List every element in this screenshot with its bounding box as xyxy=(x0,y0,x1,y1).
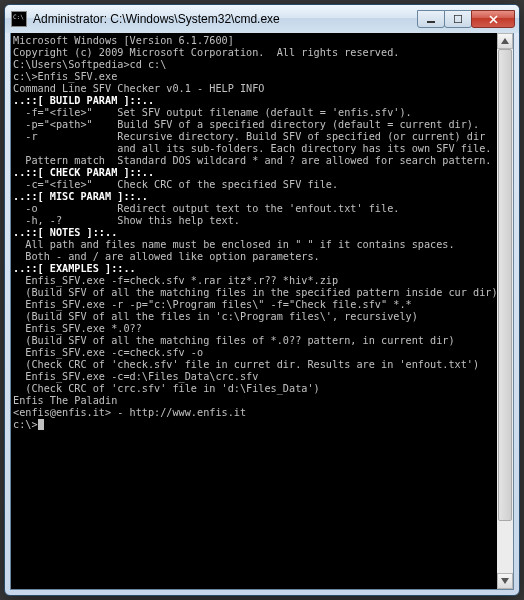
cmd-window: Administrator: C:\Windows\System32\cmd.e… xyxy=(4,4,520,596)
close-button[interactable] xyxy=(471,10,515,28)
scroll-up-button[interactable] xyxy=(497,33,513,49)
console-line: Copyright (c) 2009 Microsoft Corporation… xyxy=(13,47,513,59)
svg-rect-0 xyxy=(427,21,435,23)
console-line: All path and files name must be enclosed… xyxy=(13,239,513,251)
console-line: ..::[ CHECK PARAM ]::.. xyxy=(13,167,513,179)
scroll-down-button[interactable] xyxy=(497,573,513,589)
console-line: -h, -? Show this help text. xyxy=(13,215,513,227)
vertical-scrollbar[interactable] xyxy=(497,33,513,589)
window-buttons xyxy=(418,10,515,28)
minimize-icon xyxy=(427,15,435,23)
window-title: Administrator: C:\Windows\System32\cmd.e… xyxy=(33,12,418,26)
console-line: (Build SFV of all the matching files in … xyxy=(13,287,513,299)
console-line: -p="<path>" Build SFV of a specified dir… xyxy=(13,119,513,131)
console-line: ..::[ EXAMPLES ]::.. xyxy=(13,263,513,275)
console-line: (Build SFV of all the matching files of … xyxy=(13,335,513,347)
maximize-icon xyxy=(454,15,462,23)
maximize-button[interactable] xyxy=(444,10,472,28)
console-line: Enfis_SFV.exe -c=check.sfv -o xyxy=(13,347,513,359)
console-line: Enfis The Paladin xyxy=(13,395,513,407)
console-line: Enfis_SFV.exe -c=d:\Files_Data\crc.sfv xyxy=(13,371,513,383)
cmd-icon xyxy=(11,11,27,27)
cursor xyxy=(38,419,44,430)
console-line: (Build SFV of all the files in 'c:\Progr… xyxy=(13,311,513,323)
minimize-button[interactable] xyxy=(417,10,445,28)
console-client-area: Microsoft Windows [Version 6.1.7600]Copy… xyxy=(10,33,514,590)
console-line: Pattern match Standard DOS wildcard * an… xyxy=(13,155,513,167)
scroll-thumb[interactable] xyxy=(498,49,512,521)
close-icon xyxy=(489,15,498,24)
chevron-up-icon xyxy=(501,38,509,44)
titlebar[interactable]: Administrator: C:\Windows\System32\cmd.e… xyxy=(5,5,519,33)
console-line: <enfis@enfis.it> - http://www.enfis.it xyxy=(13,407,513,419)
console-line: ..::[ NOTES ]::.. xyxy=(13,227,513,239)
console-line: -f="<file>" Set SFV output filename (def… xyxy=(13,107,513,119)
console-line: ..::[ BUILD PARAM ]::.. xyxy=(13,95,513,107)
console-line: -r Recursive directory. Build SFV of spe… xyxy=(13,131,513,143)
console-line: C:\Users\Softpedia>cd c:\ xyxy=(13,59,513,71)
console-line: (Check CRC of 'crc.sfv' file in 'd:\File… xyxy=(13,383,513,395)
console-line: c:\>Enfis_SFV.exe xyxy=(13,71,513,83)
console-line: -c="<file>" Check CRC of the specified S… xyxy=(13,179,513,191)
console-line: Both - and / are allowed like option par… xyxy=(13,251,513,263)
console-line: c:\> xyxy=(13,419,513,431)
console-line: Enfis_SFV.exe -r -p="c:\Program files\" … xyxy=(13,299,513,311)
svg-rect-1 xyxy=(454,15,462,23)
console-line: Microsoft Windows [Version 6.1.7600] xyxy=(13,35,513,47)
console-line: Command Line SFV Checker v0.1 - HELP INF… xyxy=(13,83,513,95)
scroll-track[interactable] xyxy=(497,49,513,573)
console-output[interactable]: Microsoft Windows [Version 6.1.7600]Copy… xyxy=(11,33,513,431)
console-line: (Check CRC of 'check.sfv' file in curret… xyxy=(13,359,513,371)
console-line: -o Redirect output text to the 'enfout.t… xyxy=(13,203,513,215)
console-line: and all its sub-folders. Each directory … xyxy=(13,143,513,155)
console-line: Enfis_SFV.exe *.0?? xyxy=(13,323,513,335)
console-line: ..::[ MISC PARAM ]::.. xyxy=(13,191,513,203)
chevron-down-icon xyxy=(501,578,509,584)
console-line: Enfis_SFV.exe -f=check.sfv *.rar itz*.r?… xyxy=(13,275,513,287)
